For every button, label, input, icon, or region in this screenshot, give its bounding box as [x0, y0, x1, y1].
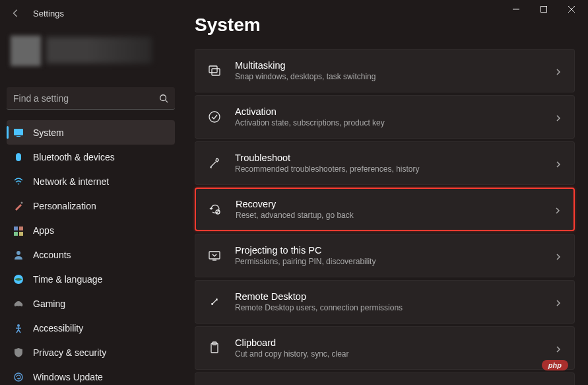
page-title: System: [195, 18, 575, 36]
chevron-right-icon: [554, 67, 562, 75]
sidebar-item-label: Gaming: [33, 298, 65, 309]
chevron-right-icon: [554, 298, 562, 306]
svg-point-13: [16, 251, 20, 255]
svg-point-4: [160, 94, 166, 100]
maximize-button[interactable]: [530, 0, 558, 18]
nav-icon: [13, 250, 24, 260]
card-title: Activation: [235, 106, 554, 118]
card-subtitle: Recommended troubleshooters, preferences…: [235, 164, 554, 175]
svg-point-16: [15, 373, 22, 381]
setting-card-multitasking[interactable]: Multitasking Snap windows, desktops, tas…: [195, 49, 575, 92]
setting-card-projecting-to-this-pc[interactable]: Projecting to this PC Permissions, pairi…: [195, 234, 575, 277]
nav-icon: [13, 201, 24, 211]
minimize-button[interactable]: [502, 0, 530, 18]
svg-point-8: [21, 201, 23, 203]
sidebar-item-label: Privacy & security: [33, 347, 106, 358]
sidebar-item-label: Apps: [33, 225, 54, 236]
sidebar-item-accounts[interactable]: Accounts: [7, 242, 175, 267]
sidebar-item-label: Network & internet: [33, 176, 109, 187]
search-box[interactable]: [7, 87, 175, 110]
sidebar-item-label: Accounts: [33, 250, 71, 260]
svg-rect-18: [212, 69, 220, 75]
app-title: Settings: [33, 9, 64, 18]
svg-rect-17: [209, 66, 217, 73]
svg-rect-9: [14, 227, 18, 230]
sidebar-item-label: Time & language: [33, 274, 102, 285]
svg-rect-7: [16, 136, 20, 137]
nav-icon: [13, 323, 24, 333]
svg-point-19: [209, 112, 220, 122]
card-subtitle: Activation state, subscriptions, product…: [235, 118, 554, 129]
nav-icon: [13, 347, 24, 358]
sidebar-item-network-internet[interactable]: Network & internet: [7, 169, 175, 193]
profile-name-blurred: [46, 37, 152, 63]
nav-icon: [13, 176, 24, 187]
card-icon: [207, 156, 222, 170]
chevron-right-icon: [554, 344, 562, 352]
sidebar-item-apps[interactable]: Apps: [7, 218, 175, 242]
card-title: Projecting to this PC: [235, 244, 554, 257]
main-content: System Multitasking Snap windows, deskto…: [181, 18, 588, 385]
nav-icon: [13, 372, 24, 382]
window-titlebar: [0, 0, 588, 18]
sidebar-item-privacy-security[interactable]: Privacy & security: [7, 340, 175, 365]
card-title: Multitasking: [235, 59, 554, 72]
setting-card-about[interactable]: About Device specifications, rename PC, …: [195, 372, 575, 385]
sidebar-item-label: Windows Update: [33, 372, 103, 382]
sidebar-item-label: System: [33, 127, 64, 138]
setting-card-troubleshoot[interactable]: Troubleshoot Recommended troubleshooters…: [195, 141, 575, 185]
back-button[interactable]: [9, 7, 22, 20]
nav-icon: [13, 152, 24, 162]
card-subtitle: Cut and copy history, sync, clear: [235, 349, 554, 360]
card-title: Clipboard: [235, 337, 554, 349]
setting-card-clipboard[interactable]: Clipboard Cut and copy history, sync, cl…: [195, 326, 575, 370]
sidebar-item-label: Bluetooth & devices: [33, 152, 115, 162]
card-icon: [207, 341, 222, 355]
card-subtitle: Permissions, pairing PIN, discoverabilit…: [235, 257, 554, 267]
setting-card-remote-desktop[interactable]: Remote Desktop Remote Desktop users, con…: [195, 280, 575, 324]
sidebar: SystemBluetooth & devicesNetwork & inter…: [0, 18, 181, 385]
card-subtitle: Reset, advanced startup, go back: [236, 211, 554, 221]
chevron-right-icon: [554, 252, 562, 260]
card-subtitle: Remote Desktop users, connection permiss…: [235, 303, 554, 314]
nav-icon: [13, 127, 24, 138]
sidebar-item-personalization[interactable]: Personalization: [7, 193, 175, 218]
svg-rect-6: [14, 129, 23, 135]
nav-icon: [13, 225, 24, 236]
card-icon: [208, 202, 222, 217]
setting-card-recovery[interactable]: Recovery Reset, advanced startup, go bac…: [195, 188, 575, 231]
card-title: Recovery: [236, 198, 554, 211]
sidebar-item-label: Personalization: [33, 201, 96, 211]
search-input[interactable]: [13, 93, 159, 104]
svg-rect-1: [541, 7, 547, 13]
svg-line-5: [166, 100, 168, 102]
card-title: Troubleshoot: [235, 152, 554, 164]
php-watermark: php: [542, 360, 568, 370]
card-icon: [207, 248, 222, 263]
svg-rect-12: [19, 232, 23, 236]
svg-rect-10: [19, 227, 23, 230]
svg-rect-11: [14, 232, 18, 236]
card-icon: [207, 110, 222, 124]
chevron-right-icon: [554, 159, 562, 167]
card-icon: [207, 295, 222, 309]
svg-point-15: [17, 324, 20, 327]
user-profile[interactable]: [7, 36, 175, 82]
close-button[interactable]: [558, 0, 585, 18]
sidebar-item-accessibility[interactable]: Accessibility: [7, 316, 175, 340]
sidebar-item-bluetooth-devices[interactable]: Bluetooth & devices: [7, 145, 175, 169]
sidebar-item-gaming[interactable]: Gaming: [7, 291, 175, 316]
avatar: [11, 36, 41, 66]
search-icon: [159, 94, 168, 103]
setting-card-activation[interactable]: Activation Activation state, subscriptio…: [195, 95, 575, 139]
chevron-right-icon: [554, 113, 562, 121]
sidebar-item-windows-update[interactable]: Windows Update: [7, 365, 175, 385]
sidebar-item-label: Accessibility: [33, 323, 83, 333]
chevron-right-icon: [554, 205, 562, 213]
card-title: Remote Desktop: [235, 291, 554, 303]
card-icon: [207, 63, 222, 78]
nav-icon: [13, 274, 24, 285]
sidebar-item-time-language[interactable]: Time & language: [7, 267, 175, 291]
sidebar-item-system[interactable]: System: [7, 120, 175, 145]
card-subtitle: Snap windows, desktops, task switching: [235, 72, 554, 83]
